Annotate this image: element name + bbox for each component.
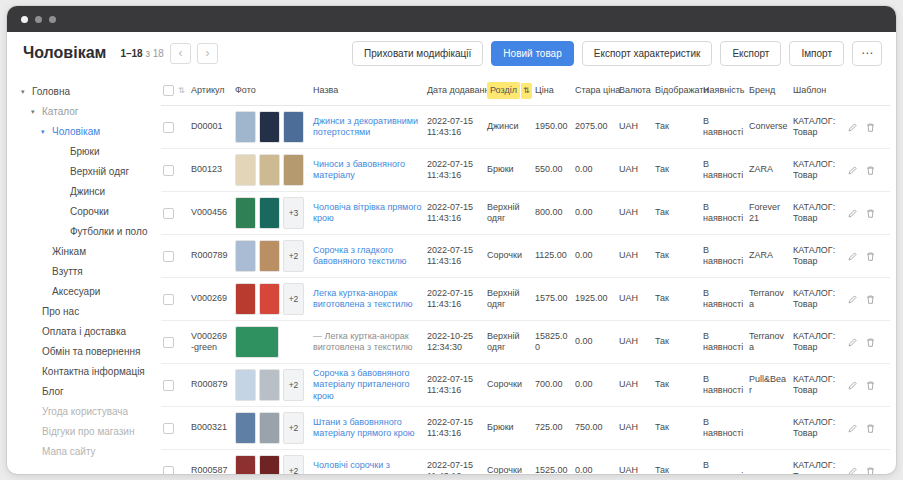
delete-button[interactable] <box>865 122 876 133</box>
edit-button[interactable] <box>847 251 858 262</box>
sort-handle-icon[interactable]: ⇅ <box>178 86 185 96</box>
sidebar-item[interactable]: ▾ Головна <box>21 82 153 102</box>
product-photo-thumb[interactable] <box>235 154 256 186</box>
sidebar-item[interactable]: ▾ Чоловікам <box>21 122 153 142</box>
sidebar-item[interactable]: Футболки и поло <box>21 222 153 242</box>
row-checkbox[interactable] <box>163 208 174 219</box>
product-photo-thumb[interactable] <box>259 369 280 401</box>
sidebar-item[interactable]: Джинси <box>21 182 153 202</box>
product-photo-thumb[interactable] <box>235 111 256 143</box>
product-photo-thumb[interactable] <box>259 283 280 315</box>
product-photo-thumb[interactable] <box>259 154 280 186</box>
product-photo-thumb[interactable] <box>235 369 256 401</box>
column-header-category[interactable]: Розділ⇅ <box>487 82 535 99</box>
edit-button[interactable] <box>847 208 858 219</box>
product-photo-thumb[interactable] <box>283 154 304 186</box>
product-name-link[interactable]: Легка куртка-анорак виготовлена з тексти… <box>313 288 422 311</box>
select-all-checkbox[interactable] <box>163 85 174 96</box>
window-dot-3[interactable] <box>49 16 56 23</box>
sidebar-item[interactable]: Контактна інформація <box>21 362 153 382</box>
product-name-link[interactable]: Джинси з декоративними потертостями <box>313 116 422 139</box>
sidebar-item[interactable]: ▾ Каталог <box>21 102 153 122</box>
edit-button[interactable] <box>847 337 858 348</box>
column-header-template[interactable]: Шаблон <box>793 85 847 96</box>
sidebar-item[interactable]: Верхній одяг <box>21 162 153 182</box>
sidebar-item[interactable]: Відгуки про магазин <box>21 422 153 442</box>
category-sort-icon[interactable]: ⇅ <box>521 83 532 99</box>
delete-button[interactable] <box>865 423 876 434</box>
row-checkbox[interactable] <box>163 165 174 176</box>
sidebar-item[interactable]: Про нас <box>21 302 153 322</box>
column-header-date-added[interactable]: Дата додавання <box>427 85 487 96</box>
product-name-link[interactable]: Чоловічі сорочки з легкого текстилю <box>313 460 422 474</box>
import-button[interactable]: Імпорт <box>789 41 844 66</box>
product-photo-thumb[interactable] <box>235 197 256 229</box>
product-photo-thumb[interactable] <box>259 412 280 444</box>
sidebar-item[interactable]: Взуття <box>21 262 153 282</box>
row-checkbox[interactable] <box>163 294 174 305</box>
column-header-sku[interactable]: Артикул <box>191 85 235 96</box>
sidebar-item[interactable]: Оплата і доставка <box>21 322 153 342</box>
delete-button[interactable] <box>865 165 876 176</box>
row-checkbox[interactable] <box>163 380 174 391</box>
edit-button[interactable] <box>847 466 858 475</box>
more-photos-badge[interactable]: +2 <box>283 412 304 444</box>
new-product-button[interactable]: Новий товар <box>491 41 573 66</box>
product-photo-thumb[interactable] <box>235 283 256 315</box>
column-header-availability[interactable]: Наявність <box>703 85 749 96</box>
product-photo-thumb[interactable] <box>235 326 279 358</box>
sidebar-item[interactable]: Обмін та повернення <box>21 342 153 362</box>
edit-button[interactable] <box>847 294 858 305</box>
product-name-link[interactable]: Чоловіча вітрівка прямого крою <box>313 202 422 225</box>
prev-page-button[interactable]: ‹ <box>170 43 191 64</box>
delete-button[interactable] <box>865 380 876 391</box>
product-photo-thumb[interactable] <box>283 111 304 143</box>
product-photo-thumb[interactable] <box>259 240 280 272</box>
edit-button[interactable] <box>847 423 858 434</box>
next-page-button[interactable]: › <box>197 43 218 64</box>
product-photo-thumb[interactable] <box>259 111 280 143</box>
edit-button[interactable] <box>847 165 858 176</box>
row-checkbox[interactable] <box>163 423 174 434</box>
more-photos-badge[interactable]: +2 <box>283 455 304 474</box>
more-photos-badge[interactable]: +2 <box>283 369 304 401</box>
delete-button[interactable] <box>865 208 876 219</box>
column-header-name[interactable]: Назва <box>313 85 427 96</box>
edit-button[interactable] <box>847 122 858 133</box>
hide-modifications-button[interactable]: Приховати модифікації <box>352 41 483 66</box>
sidebar-item[interactable]: Брюки <box>21 142 153 162</box>
row-checkbox[interactable] <box>163 251 174 262</box>
column-header-display[interactable]: Відображати <box>655 85 703 96</box>
row-checkbox[interactable] <box>163 337 174 348</box>
window-dot-2[interactable] <box>35 16 42 23</box>
window-dot-1[interactable] <box>21 16 28 23</box>
product-name-link[interactable]: Чиноси з бавовняного матеріалу <box>313 159 422 182</box>
product-name-link[interactable]: Сорочка з гладкого бавовняного текстилю <box>313 245 422 268</box>
more-photos-badge[interactable]: +3 <box>283 197 304 229</box>
sidebar-item[interactable]: Сорочки <box>21 202 153 222</box>
product-name-link[interactable]: Сорочка з бавовняного матеріалу притален… <box>313 368 422 402</box>
more-photos-badge[interactable]: +2 <box>283 240 304 272</box>
product-name-link[interactable]: — Легка куртка-анорак виготовлена з текс… <box>313 331 422 354</box>
product-photo-thumb[interactable] <box>259 197 280 229</box>
product-name-link[interactable]: Штани з бавовняного матеріалу прямого кр… <box>313 417 422 440</box>
delete-button[interactable] <box>865 294 876 305</box>
more-photos-badge[interactable]: +2 <box>283 283 304 315</box>
column-header-price[interactable]: Ціна <box>535 85 575 96</box>
export-button[interactable]: Експорт <box>720 41 781 66</box>
delete-button[interactable] <box>865 466 876 475</box>
delete-button[interactable] <box>865 337 876 348</box>
sidebar-item[interactable]: Блог <box>21 382 153 402</box>
sidebar-item[interactable]: Жінкам <box>21 242 153 262</box>
column-header-currency[interactable]: Валюта <box>619 85 655 96</box>
column-header-brand[interactable]: Бренд <box>749 85 793 96</box>
product-photo-thumb[interactable] <box>235 240 256 272</box>
export-characteristics-button[interactable]: Експорт характеристик <box>582 41 713 66</box>
product-photo-thumb[interactable] <box>235 455 256 474</box>
row-checkbox[interactable] <box>163 122 174 133</box>
product-photo-thumb[interactable] <box>259 455 280 474</box>
row-checkbox[interactable] <box>163 466 174 475</box>
more-actions-button[interactable]: ⋯ <box>852 41 882 66</box>
product-photo-thumb[interactable] <box>235 412 256 444</box>
edit-button[interactable] <box>847 380 858 391</box>
